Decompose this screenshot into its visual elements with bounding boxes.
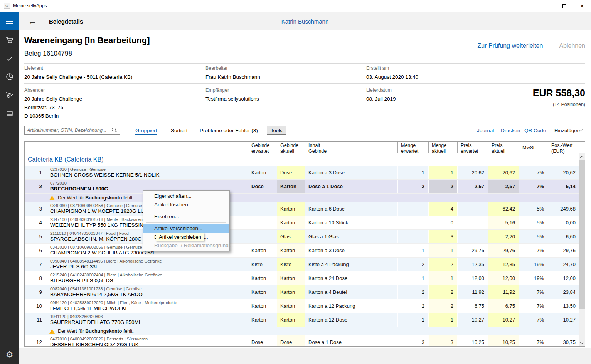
cart-icon[interactable] xyxy=(0,30,19,49)
cell-menge-aktuell[interactable]: 2 xyxy=(428,299,457,313)
cell-inhalt-gebinde[interactable]: Karton a 12 Dose xyxy=(305,313,397,327)
cell-menge-aktuell[interactable]: 2 xyxy=(428,180,457,193)
cell-preis-aktuell[interactable]: 12,00 xyxy=(488,271,519,285)
cell-gebinde-aktuell[interactable]: Karton xyxy=(277,180,305,193)
cell-preis-aktuell[interactable]: 2,20 xyxy=(488,230,519,243)
back-arrow-icon[interactable]: ← xyxy=(28,16,37,26)
cell-menge-aktuell[interactable]: 1 xyxy=(428,166,457,179)
print-link[interactable]: Drucken xyxy=(501,128,520,133)
search-box[interactable] xyxy=(24,126,120,135)
menu-item[interactable]: Ersetzen... xyxy=(143,212,229,221)
menu-item[interactable]: Eigenschaften... xyxy=(143,192,229,201)
table-row[interactable]: 60343030 | 08710609602056 | Gemüse | Gem… xyxy=(25,244,579,258)
cell-menge-erwartet: 1 xyxy=(397,271,428,285)
cell-gebinde-aktuell[interactable]: Karton xyxy=(277,271,305,285)
cell-menge-aktuell[interactable]: 0 xyxy=(428,216,457,229)
cell-menge-aktuell[interactable]: 1 xyxy=(428,244,457,257)
tools-button[interactable]: Tools xyxy=(267,126,286,135)
group-header[interactable]: Cafeteria KB (Cafeteria KB) xyxy=(25,153,579,166)
cell-preis-aktuell[interactable]: 10,27 xyxy=(488,313,519,327)
cell-menge-aktuell[interactable]: 1 xyxy=(428,271,457,285)
table-row[interactable]: 80215240 | 04102430002404 | Biere | Alko… xyxy=(25,271,579,285)
scroll-up-arrow[interactable] xyxy=(579,153,585,160)
cell-inhalt-gebinde[interactable]: Karton a 3 Dose xyxy=(305,244,397,257)
table-row[interactable]: 70996040 | 04008948114496 | Biere | Alko… xyxy=(25,258,579,271)
cell-inhalt-gebinde[interactable]: Karton a 6 Dose xyxy=(305,202,397,216)
cell-preis-aktuell[interactable]: 29,76 xyxy=(488,244,519,257)
cell-menge-aktuell[interactable]: 3 xyxy=(428,335,457,347)
forward-for-review-button[interactable]: Zur Prüfung weiterleiten xyxy=(478,42,543,49)
cell-preis-aktuell[interactable]: 11,92 xyxy=(488,285,519,299)
menu-item-obscured[interactable]: BArtikel verschiebenn... xyxy=(143,233,229,241)
cell-gebinde-aktuell[interactable]: Karton xyxy=(277,313,305,327)
warning-text: Der Wert für Buchungskonto fehlt. xyxy=(58,329,134,334)
cell-gebinde-aktuell[interactable]: Dose xyxy=(277,166,305,179)
cell-menge-aktuell[interactable]: 4 xyxy=(428,202,457,216)
minimize-button[interactable] xyxy=(538,0,556,12)
cell-preis-aktuell[interactable]: 10,25 xyxy=(488,335,519,347)
pizza-icon[interactable] xyxy=(0,86,19,104)
cell-mwst: 19% xyxy=(519,258,548,271)
cell-gebinde-aktuell[interactable]: Kiste xyxy=(277,258,305,271)
cell-inhalt-gebinde[interactable]: Kiste a 4 Packung xyxy=(305,258,397,271)
cell-menge-aktuell[interactable]: 1 xyxy=(428,313,457,327)
cell-gebinde-aktuell[interactable]: Karton xyxy=(277,202,305,216)
table-row[interactable]: 42347100 | 04006363101718 | Mehle | Back… xyxy=(25,216,579,230)
book-icon[interactable] xyxy=(0,104,19,123)
cell-preis-aktuell[interactable]: 2,57 xyxy=(488,180,519,193)
reject-button[interactable]: Ablehnen xyxy=(559,42,585,49)
search-input[interactable] xyxy=(25,128,111,133)
cell-inhalt-gebinde[interactable]: Dose a 1 Dose xyxy=(305,335,397,347)
hamburger-menu-button[interactable] xyxy=(0,12,19,30)
table-row[interactable]: 90082040 | 05411361001738 | Gemüse | Gem… xyxy=(25,285,579,299)
checkmark-icon[interactable] xyxy=(0,49,19,67)
cell-menge-aktuell[interactable]: 2 xyxy=(428,258,457,271)
vertical-scrollbar[interactable] xyxy=(579,153,585,346)
scroll-down-arrow[interactable] xyxy=(579,340,585,346)
close-button[interactable]: × xyxy=(573,0,591,12)
maximize-button[interactable] xyxy=(556,0,573,12)
search-icon[interactable] xyxy=(111,127,117,133)
cell-inhalt-gebinde[interactable]: Karton a 4 Beutel xyxy=(305,285,397,299)
cell-gebinde-aktuell[interactable]: Karton xyxy=(277,285,305,299)
filter-problems[interactable]: Probleme oder Fehler (3) xyxy=(200,128,258,133)
pie-chart-icon[interactable] xyxy=(0,67,19,86)
filter-sorted[interactable]: Sortiert xyxy=(171,128,188,133)
cell-inhalt-gebinde[interactable]: Glas a 1 Glas xyxy=(305,230,397,243)
table-row[interactable]: 111941120 | 04028286420806SAUERKRAUT DEL… xyxy=(25,313,579,327)
table-row[interactable]: 120437010 | 04000492005626 | Desserts | … xyxy=(25,335,579,347)
filter-grouped[interactable]: Gruppiert xyxy=(135,128,157,135)
cell-inhalt-gebinde[interactable]: Dose a 1 Dose xyxy=(305,180,397,193)
cell-inhalt-gebinde[interactable]: Karton a 12 Packung xyxy=(305,299,397,313)
cell-gebinde-aktuell[interactable]: Karton xyxy=(277,244,305,257)
cell-gebinde-aktuell[interactable]: Karton xyxy=(277,216,305,229)
cell-preis-aktuell[interactable]: 5,16 xyxy=(488,216,519,229)
menu-item-highlighted[interactable]: Artikel verschieben... xyxy=(143,224,229,233)
journal-link[interactable]: Journal xyxy=(477,128,494,133)
add-button[interactable]: Hinzufügen xyxy=(551,126,585,135)
table-row[interactable]: 10237030 | Gemüse | GemüseBOHNEN GROSS W… xyxy=(25,166,579,180)
row-number: 6 xyxy=(25,244,45,257)
table-row[interactable]: 30340060 | 08710609600458 | Gemüse | Gem… xyxy=(25,202,579,216)
cell-gebinde-aktuell[interactable]: Dose xyxy=(277,335,305,347)
scrollbar-thumb[interactable] xyxy=(579,160,585,309)
qr-code-link[interactable]: QR Code xyxy=(524,128,546,133)
more-options-icon[interactable]: ··· xyxy=(576,17,584,24)
settings-gear-icon[interactable]: ⚙ xyxy=(0,347,19,362)
table-row[interactable]: 20772010BRECHBOHNEN I 800GDoseKartonDose… xyxy=(25,180,579,194)
cell-inhalt-gebinde[interactable]: Karton a 3 Dose xyxy=(305,166,397,179)
cell-inhalt-gebinde[interactable]: Karton a 10 Stück xyxy=(305,216,397,229)
cell-preis-aktuell[interactable]: 6,75 xyxy=(488,299,519,313)
cell-preis-aktuell[interactable]: 62,42 xyxy=(488,202,519,216)
table-row[interactable]: 100954120 | 04025839012020 | Milch | Eie… xyxy=(25,299,579,313)
cell-menge-aktuell[interactable]: 2 xyxy=(428,285,457,299)
cell-gebinde-erwartet: Dose xyxy=(248,180,277,193)
table-row[interactable]: 52111010 | 04044703001847 | Food | FoodS… xyxy=(25,230,579,244)
cell-preis-aktuell[interactable]: 20,62 xyxy=(488,166,519,179)
menu-item[interactable]: Artikel löschen... xyxy=(143,201,229,209)
cell-menge-aktuell[interactable]: 3 xyxy=(428,230,457,243)
cell-gebinde-aktuell[interactable]: Karton xyxy=(277,299,305,313)
cell-gebinde-aktuell[interactable]: Glas xyxy=(277,230,305,243)
cell-inhalt-gebinde[interactable]: Karton a 24 Dose xyxy=(305,271,397,285)
cell-preis-aktuell[interactable]: 12,35 xyxy=(488,258,519,271)
